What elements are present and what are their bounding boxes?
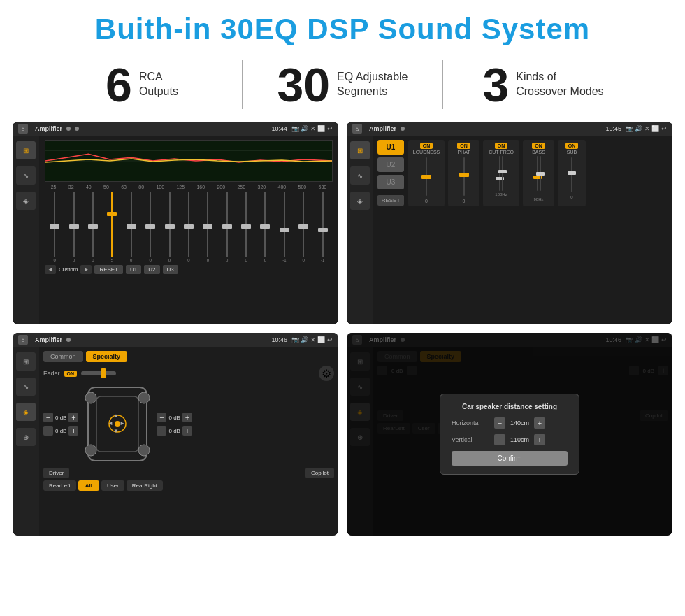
- rearright-btn[interactable]: RearRight: [127, 480, 163, 491]
- right-top-plus[interactable]: +: [182, 413, 192, 422]
- fader-main-content: Common Specialty Fader ON ⚙: [39, 347, 338, 536]
- play-dot: [66, 127, 71, 131]
- settings-icon[interactable]: ⚙: [319, 366, 334, 381]
- eq-next-btn[interactable]: ►: [80, 265, 92, 274]
- phat-label: PHAT: [457, 150, 470, 155]
- sub-slider[interactable]: [571, 157, 572, 192]
- eq-slider-4[interactable]: 0: [127, 192, 136, 262]
- loudness-slider[interactable]: [426, 157, 427, 196]
- sub-control: ON SUB 0: [558, 140, 586, 206]
- toolbar-cross-eq-icon[interactable]: ⊞: [350, 141, 370, 159]
- eq-u3-btn[interactable]: U3: [163, 265, 178, 274]
- eq-u2-btn[interactable]: U2: [144, 265, 159, 274]
- svg-text:▼: ▼: [114, 428, 120, 434]
- eq-u1-btn[interactable]: U1: [126, 265, 141, 274]
- eq-slider-11[interactable]: 0: [260, 192, 270, 262]
- fader-app-name: Amplifier: [35, 336, 62, 343]
- fader-header: Fader ON ⚙: [43, 366, 334, 381]
- left-bottom-db-value: 0 dB: [55, 428, 66, 434]
- eq-slider-13[interactable]: 0: [298, 192, 308, 262]
- eq-graph: [45, 140, 333, 182]
- eq-reset-btn[interactable]: RESET: [94, 265, 123, 274]
- right-top-db: − 0 dB +: [157, 413, 192, 422]
- bass-slider-g[interactable]: [540, 156, 541, 191]
- eq-slider-8[interactable]: 0: [203, 192, 212, 262]
- horizontal-plus-btn[interactable]: +: [534, 417, 545, 429]
- eq-prev-btn[interactable]: ◄: [45, 265, 56, 274]
- loudness-value: 0: [425, 199, 428, 203]
- stats-row: 6 RCAOutputs 30 EQ AdjustableSegments 3 …: [0, 53, 685, 122]
- toolbar-cross-speaker-icon[interactable]: ◈: [350, 192, 370, 210]
- channel-u3-btn[interactable]: U3: [377, 175, 404, 189]
- bass-label: BASS: [532, 150, 545, 155]
- eq-status-icons: 📷 🔊 ✕ ⬜ ↩: [291, 125, 333, 132]
- svg-text:▲: ▲: [114, 413, 120, 419]
- eq-slider-0[interactable]: 0: [50, 192, 59, 262]
- toolbar-fader-speaker-icon[interactable]: ◈: [16, 403, 36, 421]
- right-top-minus[interactable]: −: [157, 413, 166, 422]
- eq-slider-12[interactable]: -1: [280, 192, 289, 262]
- copilot-btn[interactable]: Copilot: [305, 468, 334, 478]
- fader-dot: [66, 338, 71, 342]
- home-icon[interactable]: ⌂: [18, 124, 28, 134]
- toolbar-eq-icon[interactable]: ⊞: [16, 141, 36, 159]
- toolbar-wave-icon[interactable]: ∿: [16, 166, 36, 185]
- svg-point-8: [138, 392, 150, 403]
- fader-bottom-buttons-2: RearLeft All User RearRight: [43, 480, 334, 491]
- toolbar-fader-eq-icon[interactable]: ⊞: [16, 352, 36, 371]
- eq-slider-14[interactable]: -1: [318, 192, 328, 262]
- eq-slider-10[interactable]: 0: [241, 192, 251, 262]
- right-bottom-plus[interactable]: +: [182, 426, 192, 436]
- cutfreq-slider-g[interactable]: [502, 156, 503, 191]
- eq-slider-9[interactable]: 0: [222, 192, 232, 262]
- left-top-minus[interactable]: −: [43, 413, 53, 422]
- distance-dialog-overlay: Car speaker distance setting Horizontal …: [347, 333, 672, 536]
- eq-slider-2[interactable]: 0: [88, 192, 98, 262]
- home-icon-3[interactable]: ⌂: [18, 335, 28, 345]
- car-speaker-layout: − 0 dB + − 0 dB +: [43, 384, 334, 464]
- confirm-button[interactable]: Confirm: [452, 451, 568, 466]
- eq-slider-1[interactable]: 0: [69, 192, 79, 262]
- fader-screen-card: ⌂ Amplifier 10:46 📷 🔊 ✕ ⬜ ↩ ⊞ ∿ ◈ ⊕ Comm…: [13, 333, 338, 536]
- svg-text:►: ►: [120, 420, 126, 427]
- toolbar-fader-wave-icon[interactable]: ∿: [16, 378, 36, 396]
- sub-on-badge: ON: [565, 143, 579, 149]
- crossover-screen-card: ⌂ Amplifier 10:45 📷 🔊 ✕ ⬜ ↩ ⊞ ∿ ◈ U1 U2 …: [347, 122, 672, 324]
- toolbar-fader-surround-icon[interactable]: ⊕: [16, 428, 36, 446]
- eq-slider-3[interactable]: 5: [107, 192, 117, 262]
- right-bottom-minus[interactable]: −: [157, 426, 166, 436]
- home-icon-2[interactable]: ⌂: [352, 124, 362, 134]
- dialog-title: Car speaker distance setting: [452, 403, 568, 410]
- channel-u1-btn[interactable]: U1: [377, 140, 404, 155]
- all-btn[interactable]: All: [78, 480, 99, 491]
- left-db-controls: − 0 dB + − 0 dB +: [43, 413, 78, 436]
- crossover-reset-btn[interactable]: RESET: [377, 195, 404, 206]
- eq-bottom-bar: ◄ Custom ► RESET U1 U2 U3: [45, 265, 333, 274]
- toolbar-cross-wave-icon[interactable]: ∿: [350, 166, 370, 185]
- vertical-minus-btn[interactable]: −: [494, 434, 505, 445]
- crossover-time: 10:45: [605, 125, 621, 132]
- rearleft-btn[interactable]: RearLeft: [43, 480, 76, 491]
- driver-btn[interactable]: Driver: [43, 468, 69, 478]
- left-top-plus[interactable]: +: [68, 413, 78, 422]
- eq-slider-6[interactable]: 0: [165, 192, 175, 262]
- tab-specialty[interactable]: Specialty: [86, 351, 128, 362]
- horizontal-minus-btn[interactable]: −: [494, 417, 505, 429]
- vertical-plus-btn[interactable]: +: [534, 434, 545, 445]
- eq-slider-7[interactable]: 0: [184, 192, 194, 262]
- fader-left-toolbar: ⊞ ∿ ◈ ⊕: [13, 347, 39, 536]
- left-bottom-plus[interactable]: +: [68, 426, 78, 436]
- toolbar-speaker-icon[interactable]: ◈: [16, 192, 36, 210]
- left-bottom-minus[interactable]: −: [43, 426, 53, 436]
- fader-slider[interactable]: [81, 371, 116, 375]
- eq-slider-5[interactable]: 0: [145, 192, 155, 262]
- cutfreq-slider-f[interactable]: [499, 156, 500, 191]
- channel-u2-btn[interactable]: U2: [377, 157, 404, 172]
- phat-slider[interactable]: [463, 157, 465, 196]
- stat-rca-number: 6: [106, 61, 132, 108]
- eq-main-content: 253240506380100125160200250320400500630 …: [39, 136, 338, 324]
- tab-common[interactable]: Common: [43, 351, 83, 362]
- stat-rca: 6 RCAOutputs: [42, 61, 242, 108]
- user-btn[interactable]: User: [101, 480, 124, 491]
- fader-content: ⊞ ∿ ◈ ⊕ Common Specialty Fader ON: [13, 347, 338, 536]
